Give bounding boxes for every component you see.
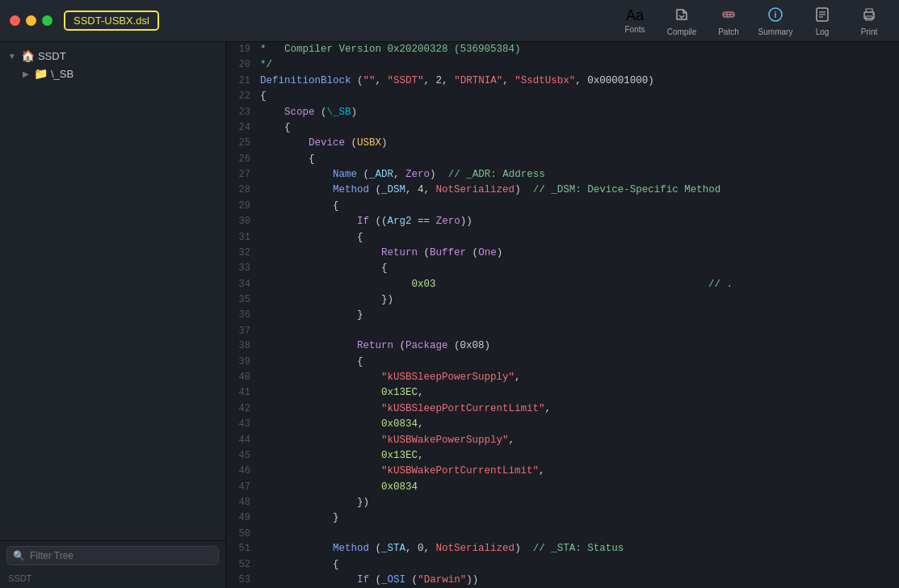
code-row: 53 If (_OSI ("Darwin")) [226, 573, 899, 588]
fonts-button[interactable]: Aa Fonts [613, 0, 657, 42]
close-button[interactable] [10, 15, 20, 26]
code-line-content: Method (_DSM, 4, NotSerialized) // _DSM:… [260, 183, 899, 198]
code-line-content: Scope (\_SB) [260, 105, 899, 120]
code-row: 23 Scope (\_SB) [226, 105, 899, 120]
code-line-content: 0x03 // . [260, 277, 899, 292]
maximize-button[interactable] [42, 15, 53, 26]
code-line-content: { [260, 261, 899, 276]
code-row: 35 }) [226, 292, 899, 308]
line-number: 29 [226, 199, 260, 214]
code-line-content: Method (_STA, 0, NotSerialized) // _STA:… [260, 541, 899, 556]
code-line-content: "kUSBWakePortCurrentLimit", [260, 464, 899, 479]
line-number: 46 [226, 464, 260, 479]
summary-button[interactable]: i Summary [754, 0, 797, 42]
line-number: 21 [226, 74, 260, 89]
line-number: 53 [226, 573, 260, 588]
minimize-button[interactable] [26, 15, 36, 26]
code-editor[interactable]: 19* Compiler Version 0x20200328 (5369053… [226, 42, 899, 588]
code-row: 36 } [226, 308, 899, 323]
code-row: 40 "kUSBSleepPowerSupply", [226, 370, 899, 385]
code-row: 31 { [226, 230, 899, 246]
code-line-content [260, 324, 899, 339]
print-button[interactable]: Print [847, 0, 891, 42]
svg-text:i: i [775, 10, 777, 19]
code-row: 46 "kUSBWakePortCurrentLimit", [226, 464, 899, 479]
code-row: 29 { [226, 199, 899, 214]
compile-button[interactable]: Compile [660, 0, 704, 42]
line-number: 35 [226, 292, 260, 308]
code-line-content: "kUSBWakePowerSupply", [260, 433, 899, 448]
code-line-content: DefinitionBlock ("", "SSDT", 2, "DRTNIA"… [260, 74, 899, 89]
code-line-content: { [260, 120, 899, 136]
code-line-content: }) [260, 292, 899, 308]
code-line-content: 0x0834, [260, 417, 899, 432]
line-number: 49 [226, 510, 260, 526]
search-wrapper: 🔍 [6, 546, 219, 565]
code-line-content: Name (_ADR, Zero) // _ADR: Address [260, 167, 899, 183]
code-line-content: }) [260, 495, 899, 510]
code-line-content: 0x13EC, [260, 385, 899, 401]
code-line-content: { [260, 199, 899, 214]
line-number: 47 [226, 480, 260, 495]
line-number: 26 [226, 152, 260, 167]
line-number: 40 [226, 370, 260, 385]
tab-title[interactable]: SSDT-USBX.dsl [64, 10, 159, 31]
code-row: 30 If ((Arg2 == Zero)) [226, 214, 899, 229]
code-row: 47 0x0834 [226, 480, 899, 495]
log-label: Log [816, 27, 830, 36]
code-line-content: } [260, 308, 899, 323]
code-row: 19* Compiler Version 0x20200328 (5369053… [226, 42, 899, 57]
code-line-content: { [260, 557, 899, 573]
code-row: 39 { [226, 355, 899, 370]
summary-label: Summary [758, 27, 793, 36]
code-line-content: "kUSBSleepPowerSupply", [260, 370, 899, 385]
line-number: 34 [226, 277, 260, 292]
code-line-content: If (_OSI ("Darwin")) [260, 573, 899, 588]
compile-label: Compile [667, 27, 697, 36]
code-row: 42 "kUSBSleepPortCurrentLimit", [226, 401, 899, 417]
line-number: 44 [226, 433, 260, 448]
code-row: 34 0x03 // . [226, 277, 899, 292]
code-row: 27 Name (_ADR, Zero) // _ADR: Address [226, 167, 899, 183]
sidebar-bottom-label: SSDT [0, 570, 225, 588]
line-number: 20 [226, 57, 260, 73]
compile-icon [674, 6, 690, 25]
search-input[interactable] [6, 546, 219, 565]
line-number: 33 [226, 261, 260, 276]
code-row: 52 { [226, 557, 899, 573]
line-number: 28 [226, 183, 260, 198]
code-row: 33 { [226, 261, 899, 276]
sidebar: ▼ 🏠 SSDT ▶ 📁 \_SB 🔍 SSDT [0, 42, 226, 588]
line-number: 41 [226, 385, 260, 401]
patch-label: Patch [718, 27, 739, 36]
sidebar-search-area: 🔍 [0, 540, 225, 570]
code-row: 32 Return (Buffer (One) [226, 246, 899, 261]
line-number: 32 [226, 246, 260, 261]
code-row: 24 { [226, 120, 899, 136]
code-row: 28 Method (_DSM, 4, NotSerialized) // _D… [226, 183, 899, 198]
patch-button[interactable]: Patch [707, 0, 750, 42]
sidebar-item-ssdt[interactable]: ▼ 🏠 SSDT [0, 47, 225, 65]
line-number: 31 [226, 230, 260, 246]
code-row: 38 Return (Package (0x08) [226, 338, 899, 354]
code-line-content: 0x13EC, [260, 448, 899, 464]
code-table: 19* Compiler Version 0x20200328 (5369053… [226, 42, 899, 588]
line-number: 51 [226, 541, 260, 556]
code-row: 49 } [226, 510, 899, 526]
code-row: 48 }) [226, 495, 899, 510]
line-number: 39 [226, 355, 260, 370]
code-row: 44 "kUSBWakePowerSupply", [226, 433, 899, 448]
line-number: 52 [226, 557, 260, 573]
code-row: 20*/ [226, 57, 899, 73]
line-number: 36 [226, 308, 260, 323]
window-controls [10, 15, 53, 26]
line-number: 43 [226, 417, 260, 432]
line-number: 38 [226, 338, 260, 354]
code-line-content: "kUSBSleepPortCurrentLimit", [260, 401, 899, 417]
sidebar-item-lsb[interactable]: ▶ 📁 \_SB [0, 65, 225, 82]
line-number: 30 [226, 214, 260, 229]
log-button[interactable]: Log [800, 0, 844, 42]
code-row: 41 0x13EC, [226, 385, 899, 401]
line-number: 24 [226, 120, 260, 136]
code-line-content: Return (Package (0x08) [260, 338, 899, 354]
